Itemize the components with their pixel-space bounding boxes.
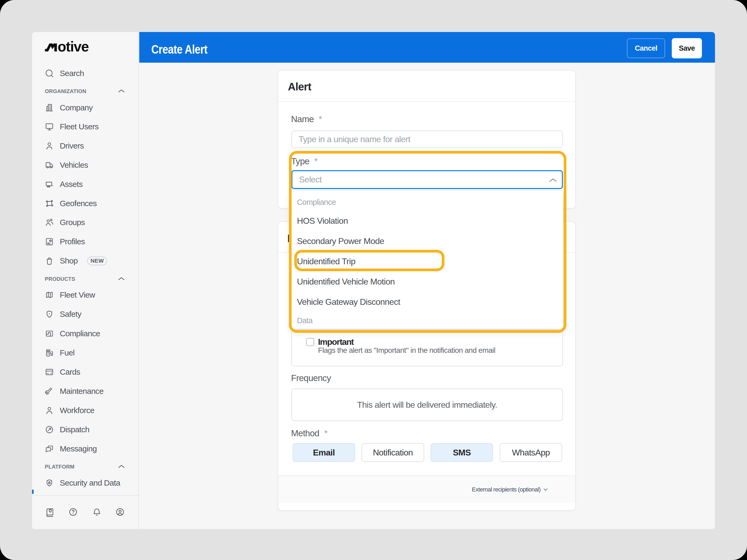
- svg-text:otive: otive: [58, 41, 88, 53]
